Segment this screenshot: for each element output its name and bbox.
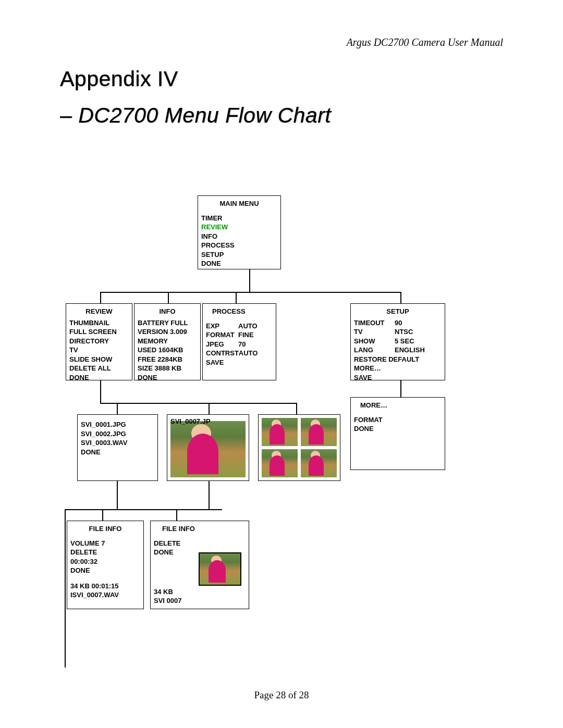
main-menu-item: PROCESS bbox=[201, 241, 277, 250]
file-info-line: ISVI_0007.WAV bbox=[70, 590, 140, 600]
file-info-line: DONE bbox=[70, 566, 140, 575]
file-info-line: DELETE bbox=[70, 548, 140, 557]
file-info-wav-box: FILE INFO VOLUME 7 DELETE 00:00:32 DONE … bbox=[67, 521, 144, 609]
thumbnail-box bbox=[258, 414, 340, 481]
review-item: DIRECTORY bbox=[69, 337, 129, 346]
setup-row: SAVE bbox=[354, 373, 442, 382]
process-box: PROCESS EXPAUTO FORMATFINE JPEG70 CONTRS… bbox=[202, 303, 276, 380]
connector bbox=[209, 480, 210, 510]
connector bbox=[249, 269, 250, 292]
file-info-jpg-box: FILE INFO DELETE DONE 34 KB SVI 0007 bbox=[150, 521, 249, 609]
connector bbox=[236, 292, 237, 303]
connector bbox=[176, 509, 177, 521]
main-menu-item: SETUP bbox=[201, 250, 277, 260]
file-info-jpg-title: FILE INFO bbox=[154, 524, 246, 534]
thumbnail-image bbox=[301, 449, 337, 477]
thumbnail-image bbox=[301, 418, 337, 446]
main-menu-item-selected: REVIEW bbox=[201, 223, 277, 232]
directory-item: SVI_0003.WAV bbox=[81, 438, 154, 448]
connector bbox=[100, 403, 297, 404]
setup-row: SHOW5 SEC bbox=[354, 337, 442, 346]
more-box: MORE… FORMAT DONE bbox=[350, 397, 445, 470]
file-info-line: DELETE bbox=[154, 539, 246, 548]
connector bbox=[117, 403, 118, 414]
setup-row: RESTORE DEFAULT bbox=[354, 355, 442, 364]
thumbnail-image bbox=[262, 418, 298, 446]
directory-item: SVI_0002.JPG bbox=[81, 429, 154, 439]
review-item: DELETE ALL bbox=[69, 364, 129, 373]
file-info-footer-line: 34 KB bbox=[154, 587, 182, 597]
setup-row: LANGENGLISH bbox=[354, 346, 442, 355]
connector bbox=[100, 292, 101, 303]
review-box: REVIEW THUMBNAIL FULL SCREEN DIRECTORY T… bbox=[66, 303, 132, 380]
connector bbox=[209, 403, 210, 414]
directory-item: SVI_0001.JPG bbox=[81, 420, 154, 429]
connector bbox=[117, 480, 118, 510]
directory-item: DONE bbox=[81, 448, 154, 457]
file-info-line bbox=[70, 575, 140, 582]
connector bbox=[102, 509, 103, 521]
connector bbox=[65, 509, 222, 510]
info-line: USED 1604KB bbox=[138, 346, 197, 355]
more-item: FORMAT bbox=[354, 415, 442, 425]
thumbnail-image bbox=[262, 449, 298, 477]
doc-header: Argus DC2700 Camera User Manual bbox=[347, 36, 503, 48]
process-row: JPEG70 bbox=[206, 340, 273, 349]
connector bbox=[296, 403, 297, 414]
process-title: PROCESS bbox=[206, 307, 273, 316]
info-line: FREE 2284KB bbox=[138, 355, 197, 364]
process-row: SAVE bbox=[206, 358, 273, 367]
main-menu-box: MAIN MENU TIMER REVIEW INFO PROCESS SETU… bbox=[198, 195, 281, 269]
process-row: FORMATFINE bbox=[206, 330, 273, 340]
process-row: EXPAUTO bbox=[206, 322, 273, 331]
info-line: MEMORY bbox=[138, 337, 197, 346]
review-item: FULL SCREEN bbox=[69, 327, 129, 337]
connector bbox=[168, 292, 169, 303]
info-line: DONE bbox=[138, 373, 197, 382]
setup-title: SETUP bbox=[354, 307, 442, 316]
file-info-footer-line: SVI 0007 bbox=[154, 596, 182, 606]
info-line: SIZE 3888 KB bbox=[138, 364, 197, 373]
main-menu-item: INFO bbox=[201, 232, 277, 241]
review-item: TV bbox=[69, 346, 129, 355]
review-item: THUMBNAIL bbox=[69, 318, 129, 328]
more-item: DONE bbox=[354, 424, 442, 434]
connector bbox=[65, 509, 66, 668]
fullscreen-caption: SVI_0007.JP bbox=[170, 417, 211, 426]
main-menu-item: TIMER bbox=[201, 214, 277, 223]
connector bbox=[400, 292, 401, 303]
connector bbox=[100, 380, 101, 403]
file-info-line: 34 KB 00:01:15 bbox=[70, 582, 140, 591]
info-line: VERSION 3.009 bbox=[138, 327, 197, 337]
page-title: Appendix IV bbox=[60, 67, 178, 91]
setup-row: TVNTSC bbox=[354, 327, 442, 337]
info-title: INFO bbox=[138, 307, 197, 316]
page-footer: Page 28 of 28 bbox=[0, 689, 563, 701]
connector bbox=[100, 292, 401, 293]
file-info-line: 00:00:32 bbox=[70, 557, 140, 566]
fullscreen-box: SVI_0007.JP bbox=[167, 414, 249, 481]
setup-row: MORE… bbox=[354, 364, 442, 373]
file-info-line: VOLUME 7 bbox=[70, 539, 140, 548]
main-menu-item: DONE bbox=[201, 259, 277, 268]
review-item: SLIDE SHOW bbox=[69, 355, 129, 364]
review-title: REVIEW bbox=[69, 307, 129, 316]
file-info-thumbnail bbox=[199, 552, 241, 586]
review-item: DONE bbox=[69, 373, 129, 382]
setup-row: TIMEOUT90 bbox=[354, 318, 442, 328]
more-title: MORE… bbox=[354, 401, 442, 410]
setup-box: SETUP TIMEOUT90 TVNTSC SHOW5 SEC LANGENG… bbox=[350, 303, 445, 380]
main-menu-title: MAIN MENU bbox=[201, 199, 277, 208]
directory-box: SVI_0001.JPG SVI_0002.JPG SVI_0003.WAV D… bbox=[77, 414, 158, 481]
process-row: CONTRSTAUTO bbox=[206, 349, 273, 358]
page-subtitle: – DC2700 Menu Flow Chart bbox=[60, 103, 331, 128]
info-line: BATTERY FULL bbox=[138, 318, 197, 328]
file-info-wav-title: FILE INFO bbox=[70, 524, 140, 534]
connector bbox=[400, 380, 401, 397]
info-box: INFO BATTERY FULL VERSION 3.009 MEMORY U… bbox=[134, 303, 201, 380]
